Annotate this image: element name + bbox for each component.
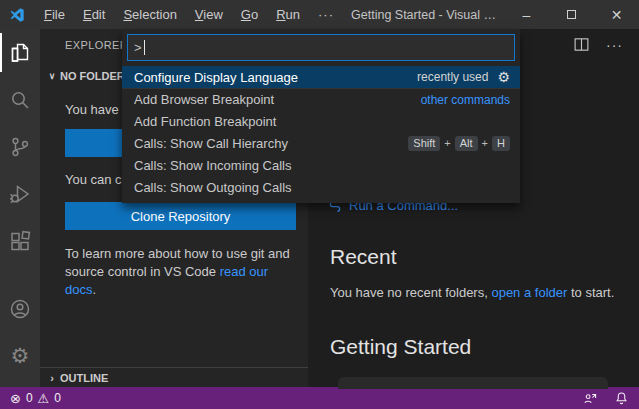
search-icon[interactable] [0,76,40,123]
status-bar-right [582,390,629,406]
recent-empty-text: You have no recent folders, open a folde… [330,285,614,300]
outline-label: OUTLINE [60,372,108,384]
menu-view[interactable]: View [186,7,232,22]
menu-edit[interactable]: Edit [74,7,114,22]
key-alt: Alt [455,136,478,151]
close-icon[interactable]: ✕ [594,0,639,29]
palette-item-show-call-hierarchy[interactable]: Calls: Show Call Hierarchy Shift + Alt +… [122,132,520,154]
activity-bar: ⚙ [0,29,40,387]
git-learn-more-text: To learn more about how to use git and s… [65,245,297,299]
section-outline[interactable]: › OUTLINE [40,367,308,387]
error-count: 0 [26,391,33,405]
recently-used-label: recently used [417,70,488,84]
window-controls: – ✕ [504,0,639,29]
editor-more-actions-icon[interactable]: ··· [606,37,623,53]
warning-count: 0 [54,391,61,405]
open-a-folder-link[interactable]: open a folder [491,285,567,300]
status-bar: ⊗ 0 ⚠ 0 [0,387,639,409]
other-commands-label: other commands [421,93,510,107]
source-control-icon[interactable] [0,123,40,170]
window-title: Getting Started - Visual St... [343,8,504,22]
menu-file[interactable]: File [35,7,74,22]
palette-item-show-incoming-calls[interactable]: Calls: Show Incoming Calls [122,154,520,176]
command-palette-input[interactable]: > [127,34,515,61]
sidebar-title: EXPLORER [65,39,128,51]
menu-selection[interactable]: Selection [114,7,185,22]
text-caret [144,40,146,55]
error-icon: ⊗ [10,391,21,406]
palette-item-add-browser-breakpoint[interactable]: Add Browser Breakpoint other commands [122,88,520,110]
activity-bar-spacer [0,264,40,285]
chevron-down-icon: ∨ [44,71,60,81]
minimize-icon[interactable]: – [504,0,549,29]
editor-toolbar: ··· [573,36,623,53]
menu-run[interactable]: Run [267,7,309,22]
key-shift: Shift [408,136,440,151]
getting-started-card[interactable] [338,377,608,389]
command-palette: > Configure Display Language recently us… [122,29,520,203]
palette-item-configure-display-language[interactable]: Configure Display Language recently used… [122,66,520,88]
keybinding-chips: Shift + Alt + H [408,136,510,151]
configure-gear-icon[interactable]: ⚙ [497,70,510,84]
extensions-icon[interactable] [0,217,40,264]
chevron-right-icon: › [44,372,60,384]
manage-gear-icon[interactable]: ⚙ [0,332,40,379]
warning-icon: ⚠ [38,391,50,406]
explorer-icon[interactable] [0,29,40,76]
maximize-icon[interactable] [549,0,594,29]
command-prompt: > [134,40,142,55]
clone-repository-button[interactable]: Clone Repository [65,202,296,230]
menu-go[interactable]: Go [232,7,267,22]
problems-status[interactable]: ⊗ 0 ⚠ 0 [10,391,61,406]
bell-icon[interactable] [614,390,629,406]
split-editor-icon[interactable] [573,36,590,53]
palette-item-show-outgoing-calls[interactable]: Calls: Show Outgoing Calls [122,176,520,198]
vscode-window: File Edit Selection View Go Run ··· Gett… [0,0,639,409]
vscode-logo-icon [9,7,25,23]
title-bar: File Edit Selection View Go Run ··· Gett… [0,0,639,29]
run-and-debug-icon[interactable] [0,170,40,217]
accounts-icon[interactable] [0,285,40,332]
recent-heading: Recent [330,245,397,269]
key-h: H [492,136,510,151]
palette-item-add-function-breakpoint[interactable]: Add Function Breakpoint [122,110,520,132]
feedback-icon[interactable] [582,391,598,406]
getting-started-heading: Getting Started [330,335,471,359]
command-palette-input-wrap: > [122,29,520,66]
menu-more-icon[interactable]: ··· [309,7,343,22]
